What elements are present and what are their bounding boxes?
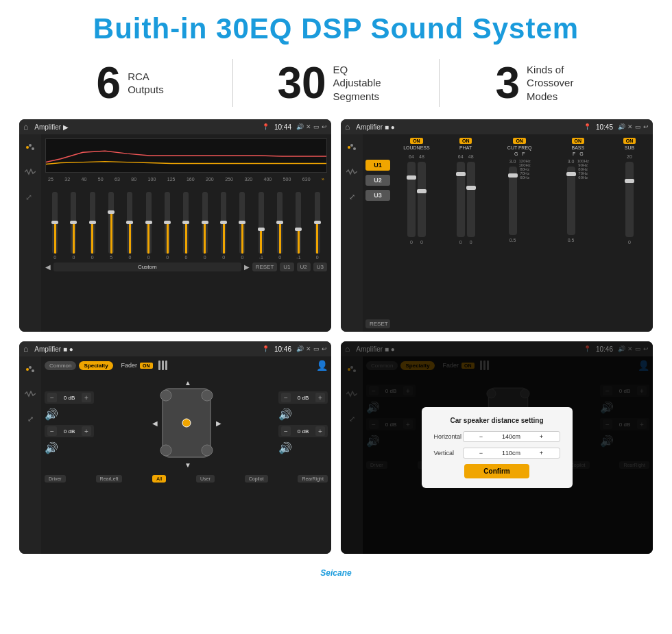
plus-br[interactable]: + <box>315 426 325 436</box>
amp-u1-btn[interactable]: U1 <box>365 160 390 171</box>
amp-bass-name: BASS <box>571 145 584 150</box>
db-val-tr: 0 dB <box>293 395 313 401</box>
stat-label-crossover: Kinds ofCrossover Modes <box>527 63 588 103</box>
horizontal-plus[interactable]: + <box>528 433 555 440</box>
amp-bass-sublabel: F G <box>573 151 584 156</box>
eq-u3-btn[interactable]: U3 <box>313 263 327 271</box>
amp-u2-btn[interactable]: U2 <box>365 175 390 186</box>
amp-cutfreq-sublabel: G F <box>514 151 525 156</box>
eq-slider-1[interactable]: 0 <box>65 192 82 260</box>
plus-tr[interactable]: + <box>315 393 325 402</box>
plus-tl[interactable]: + <box>82 393 91 402</box>
fader-user-icon[interactable]: 👤 <box>316 360 328 371</box>
svg-point-8 <box>29 366 32 369</box>
svg-point-5 <box>350 144 353 147</box>
vertical-plus[interactable]: + <box>528 450 555 456</box>
eq-slider-13[interactable]: -1 <box>290 192 307 260</box>
amp-phat-on[interactable]: ON <box>459 138 472 144</box>
all-btn[interactable]: All <box>152 475 166 483</box>
eq-slider-8[interactable]: 0 <box>197 192 213 260</box>
vertical-value: 110cm <box>498 450 525 456</box>
eq-slider-9[interactable]: 0 <box>215 192 232 260</box>
eq-slider-11[interactable]: -1 <box>253 192 269 260</box>
eq-u2-btn[interactable]: U2 <box>297 263 311 271</box>
minus-tl[interactable]: − <box>47 393 57 402</box>
svg-text:▲: ▲ <box>184 379 191 387</box>
dialog-vertical-stepper[interactable]: − 110cm + <box>463 448 560 459</box>
amp-bass-on[interactable]: ON <box>572 138 585 144</box>
rearleft-btn[interactable]: RearLeft <box>96 475 123 483</box>
sidebar-arrows-icon[interactable]: ⤢ <box>23 189 38 204</box>
amp-home-icon[interactable]: ⌂ <box>345 122 350 132</box>
amp-sidebar-icon3[interactable]: ⤢ <box>344 189 359 204</box>
horizontal-minus[interactable]: − <box>468 433 495 440</box>
eq-reset-btn[interactable]: RESET <box>252 263 278 271</box>
amp-sidebar-icon2[interactable] <box>344 164 359 180</box>
eq-slider-0[interactable]: 0 <box>47 192 63 260</box>
amp-sidebar-icon1[interactable] <box>344 140 359 155</box>
eq-slider-2[interactable]: 0 <box>84 192 101 260</box>
amp-loudness-on[interactable]: ON <box>410 138 423 144</box>
dialog-overlay: Car speaker distance setting Horizontal … <box>341 341 653 554</box>
eq-prev-btn[interactable]: ◀ <box>45 263 51 271</box>
amp-status-icons: 📍 10:45 🔊 ✕ ▭ ↩ <box>584 123 649 131</box>
minus-br[interactable]: − <box>281 426 291 436</box>
eq-slider-5[interactable]: 0 <box>141 192 157 260</box>
amp-channel-sub: ON SUB 20 0 <box>609 138 650 328</box>
fader-sidebar-icon2[interactable] <box>23 387 38 402</box>
eq-next-btn[interactable]: ▶ <box>244 263 250 271</box>
fader-home-icon[interactable]: ⌂ <box>23 344 28 354</box>
dialog-horizontal-label: Horizontal <box>434 433 463 440</box>
speaker-tl: 🔊 <box>45 408 94 421</box>
stat-label-eq: EQ AdjustableSegments <box>333 63 395 103</box>
eq-u1-btn[interactable]: U1 <box>280 263 293 271</box>
eq-slider-4[interactable]: 0 <box>121 192 138 260</box>
car-diagram: ▲ ▼ ◀ ▶ <box>99 375 273 471</box>
amp-screen-content: ⤢ U1 U2 U3 RESET ON LOUDNESS <box>341 134 653 332</box>
fader-sidebar-icon3[interactable]: ⤢ <box>23 411 38 426</box>
confirm-button[interactable]: Confirm <box>464 464 529 478</box>
svg-point-0 <box>26 146 29 149</box>
fader-screen-title: Amplifier ■ ● <box>34 345 259 353</box>
fader-on-badge[interactable]: ON <box>140 363 153 369</box>
eq-slider-3[interactable]: 5 <box>103 192 119 260</box>
svg-point-12 <box>160 390 171 401</box>
amp-cutfreq-on[interactable]: ON <box>513 138 526 144</box>
eq-slider-7[interactable]: 0 <box>178 192 194 260</box>
driver-btn[interactable]: Driver <box>45 475 66 483</box>
sidebar-eq-icon[interactable] <box>23 140 38 155</box>
svg-point-1 <box>29 144 32 147</box>
amp-channel-cutfreq: ON CUT FREQ G F 3.0 0.5 120Hz100Hz80Hz70… <box>492 138 547 328</box>
fader-sidebar-icon1[interactable] <box>23 362 38 377</box>
minus-bl[interactable]: − <box>47 426 57 436</box>
minus-tr[interactable]: − <box>281 393 291 402</box>
eq-bottom-bar: ◀ Custom ▶ RESET U1 U2 U3 <box>45 263 327 271</box>
amp-screen-title: Amplifier ■ ● <box>356 123 580 131</box>
amp-time: 10:45 <box>596 123 613 131</box>
eq-slider-12[interactable]: 0 <box>272 192 288 260</box>
dialog-horizontal-stepper[interactable]: − 140cm + <box>463 431 560 442</box>
fader-common-tab[interactable]: Common <box>45 361 76 370</box>
dialog-horizontal-row: Horizontal − 140cm + <box>434 431 560 442</box>
screens-grid: ⌂ Amplifier ▶ 📍 10:44 🔊 ✕ ▭ ↩ ⤢ <box>0 119 672 563</box>
fader-specialty-tab[interactable]: Specialty <box>79 361 112 370</box>
fader-right-controls: − 0 dB + 🔊 − 0 dB + 🔊 <box>278 391 328 454</box>
eq-slider-14[interactable]: 0 <box>309 192 326 260</box>
svg-point-2 <box>32 147 34 150</box>
rearright-btn[interactable]: RearRight <box>298 475 328 483</box>
copilot-btn[interactable]: Copilot <box>245 475 268 483</box>
eq-slider-10[interactable]: 0 <box>234 192 250 260</box>
eq-slider-6[interactable]: 0 <box>159 192 176 260</box>
home-icon[interactable]: ⌂ <box>23 122 28 132</box>
vertical-minus[interactable]: − <box>468 450 495 456</box>
dialog-box: Car speaker distance setting Horizontal … <box>422 407 573 488</box>
amp-sub-on[interactable]: ON <box>623 138 636 144</box>
amp-cutfreq-name: CUT FREQ <box>507 145 532 150</box>
sidebar-wave-icon[interactable] <box>23 164 38 180</box>
stat-eq: 30 EQ AdjustableSegments <box>247 61 424 105</box>
amp-reset-btn[interactable]: RESET <box>365 319 390 328</box>
plus-bl[interactable]: + <box>82 426 91 436</box>
user-btn[interactable]: User <box>196 475 215 483</box>
amp-u3-btn[interactable]: U3 <box>365 190 390 201</box>
speaker-br: 🔊 <box>278 441 328 454</box>
